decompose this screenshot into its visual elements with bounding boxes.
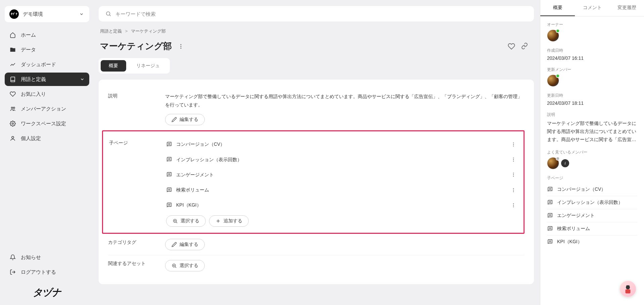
- nav-workspace-settings[interactable]: ワークスペース設定: [5, 117, 89, 130]
- zoom-in-icon: [171, 263, 177, 268]
- child-page-item[interactable]: エンゲージメント: [166, 167, 517, 182]
- link-icon[interactable]: [521, 43, 528, 50]
- rp-tab-overview[interactable]: 概要: [540, 0, 575, 16]
- rp-child-label: エンゲージメント: [557, 213, 595, 219]
- main: 用語と定義 > マーケティング部 マーケティング部 概要 リネージュ 説明 マー…: [94, 0, 540, 305]
- svg-point-0: [11, 107, 13, 109]
- info-icon[interactable]: i: [561, 159, 569, 167]
- child-page-item[interactable]: KPI（KGI）: [166, 198, 517, 213]
- edit-category-button[interactable]: 編集する: [165, 239, 205, 250]
- nav-label: 用語と定義: [21, 76, 46, 83]
- nav-glossary[interactable]: 用語と定義: [5, 73, 89, 86]
- svg-point-9: [181, 47, 182, 48]
- more-icon[interactable]: [509, 201, 517, 209]
- favorite-icon[interactable]: [508, 43, 515, 50]
- right-panel-tabs: 概要 コメント 変更履歴: [540, 0, 644, 16]
- description-row: 説明 マーケティング部で整備しているデータに関する用語や算出方法についてまとめて…: [108, 88, 525, 130]
- more-icon[interactable]: [178, 43, 184, 49]
- svg-point-2: [12, 123, 14, 125]
- user-icon: [9, 135, 16, 142]
- rp-child-item[interactable]: コンバージョン（CV）: [547, 183, 637, 196]
- owner-avatar[interactable]: [547, 30, 559, 42]
- rp-tab-comments[interactable]: コメント: [575, 0, 609, 16]
- search-bar[interactable]: [99, 6, 534, 21]
- svg-point-13: [513, 144, 514, 145]
- rp-created-label: 作成日時: [547, 48, 637, 53]
- rp-updater-section: 更新メンバー: [547, 67, 637, 87]
- book-icon: [9, 76, 16, 83]
- workspace-selector[interactable]: ﾀﾂﾞﾅ デモ環境: [5, 6, 89, 22]
- svg-point-29: [513, 191, 514, 192]
- edit-description-button[interactable]: 編集する: [165, 114, 205, 125]
- svg-point-1: [13, 107, 15, 109]
- more-icon[interactable]: [509, 156, 517, 164]
- rp-child-section: 子ページ コンバージョン（CV）インプレッション（表示回数）エンゲージメント検索…: [547, 175, 637, 248]
- nav-label: お知らせ: [21, 254, 41, 261]
- book-icon: [547, 213, 553, 219]
- svg-point-14: [513, 145, 514, 146]
- svg-point-8: [181, 46, 182, 47]
- nav-label: 個人設定: [21, 135, 41, 142]
- more-icon[interactable]: [509, 171, 517, 179]
- select-assets-button[interactable]: 選択する: [165, 260, 205, 271]
- child-page-label: コンバージョン（CV）: [176, 140, 225, 148]
- nav-notifications[interactable]: お知らせ: [5, 251, 89, 264]
- rp-updated-value: 2024/03/07 18:11: [547, 100, 637, 106]
- more-icon[interactable]: [509, 186, 517, 194]
- bell-icon: [9, 254, 16, 261]
- book-icon: [166, 202, 172, 208]
- tab-lineage[interactable]: リネージュ: [128, 60, 168, 72]
- book-icon: [547, 239, 553, 245]
- rp-child-label: コンバージョン（CV）: [557, 186, 606, 192]
- rp-child-item[interactable]: KPI（KGI）: [547, 235, 637, 248]
- svg-point-7: [181, 44, 182, 45]
- rp-child-item[interactable]: エンゲージメント: [547, 209, 637, 222]
- category-tags-label: カテゴリタグ: [108, 239, 165, 250]
- nav-label: メンバーアクション: [21, 106, 66, 112]
- child-page-item[interactable]: コンバージョン（CV）: [166, 137, 517, 152]
- plus-icon: [215, 218, 221, 224]
- book-icon: [166, 157, 172, 163]
- breadcrumb-root[interactable]: 用語と定義: [100, 29, 122, 34]
- add-child-button[interactable]: 追加する: [209, 215, 249, 227]
- select-child-button[interactable]: 選択する: [166, 215, 206, 227]
- frequent-avatar[interactable]: [547, 157, 559, 169]
- nav-logout[interactable]: ログアウトする: [5, 265, 89, 279]
- svg-point-27: [513, 188, 514, 189]
- svg-line-6: [109, 15, 110, 16]
- nav-personal-settings[interactable]: 個人設定: [5, 132, 89, 145]
- svg-rect-56: [626, 290, 631, 294]
- chevron-down-icon: [79, 11, 85, 17]
- search-icon: [105, 11, 111, 17]
- sidebar-bottom: お知らせ ログアウトする タヅナ: [5, 251, 89, 299]
- right-panel: 概要 コメント 変更履歴 オーナー 作成日時 2024/03/07 16:11 …: [540, 0, 644, 305]
- tab-overview[interactable]: 概要: [101, 60, 126, 72]
- description-label: 説明: [108, 92, 165, 125]
- nav-dashboard[interactable]: ダッシュボード: [5, 58, 89, 71]
- child-page-item[interactable]: 検索ボリューム: [166, 182, 517, 198]
- brand-logo: タヅナ: [5, 280, 89, 299]
- nav-label: ダッシュボード: [21, 61, 56, 68]
- child-page-item[interactable]: インプレッション（表示回数）: [166, 152, 517, 167]
- updater-avatar[interactable]: [547, 75, 559, 87]
- child-page-label: インプレッション（表示回数）: [176, 156, 242, 164]
- nav-home[interactable]: ホーム: [5, 28, 89, 42]
- floating-help-avatar[interactable]: [620, 281, 636, 297]
- svg-point-24: [513, 176, 514, 177]
- rp-desc-section: 説明 マーケティング部で整備しているデータに関する用語や算出方法についてまとめて…: [547, 112, 637, 143]
- rp-child-label: 子ページ: [547, 175, 637, 181]
- nav-member-actions[interactable]: メンバーアクション: [5, 102, 89, 116]
- nav-favorites[interactable]: お気に入り: [5, 87, 89, 101]
- rp-owner-section: オーナー: [547, 22, 637, 42]
- rp-tab-history[interactable]: 変更履歴: [609, 0, 644, 16]
- title-actions: [508, 43, 528, 50]
- rp-child-item[interactable]: インプレッション（表示回数）: [547, 196, 637, 209]
- search-input[interactable]: [115, 11, 527, 17]
- rp-child-item[interactable]: 検索ボリューム: [547, 222, 637, 235]
- breadcrumb: 用語と定義 > マーケティング部: [94, 26, 534, 38]
- status-dot-away: [556, 157, 560, 161]
- rp-frequent-label: よく見ているメンバー: [547, 149, 637, 155]
- more-icon[interactable]: [509, 140, 517, 148]
- rp-child-label: インプレッション（表示回数）: [557, 200, 623, 206]
- nav-data[interactable]: データ: [5, 43, 89, 56]
